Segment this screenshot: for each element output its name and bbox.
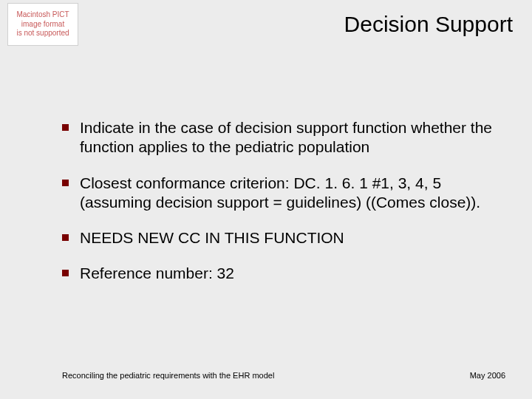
placeholder-line-2: image format xyxy=(21,20,64,28)
image-placeholder: Macintosh PICT image format is not suppo… xyxy=(7,3,78,46)
bullet-list: Indicate in the case of decision support… xyxy=(62,118,498,284)
slide-body: Indicate in the case of decision support… xyxy=(62,118,498,300)
footer-left: Reconciling the pediatric requirements w… xyxy=(62,371,274,380)
footer-right: May 2006 xyxy=(470,371,505,380)
bullet-item: Closest conformance criterion: DC. 1. 6.… xyxy=(62,174,498,213)
bullet-item: Reference number: 32 xyxy=(62,264,498,283)
slide-title: Decision Support xyxy=(344,12,513,37)
bullet-item: Indicate in the case of decision support… xyxy=(62,118,498,157)
placeholder-line-1: Macintosh PICT xyxy=(16,10,69,18)
bullet-item: NEEDS NEW CC IN THIS FUNCTION xyxy=(62,228,498,248)
placeholder-text: Macintosh PICT image format is not suppo… xyxy=(16,10,69,38)
slide: Macintosh PICT image format is not suppo… xyxy=(0,0,532,399)
placeholder-line-3: is not supported xyxy=(16,29,69,37)
